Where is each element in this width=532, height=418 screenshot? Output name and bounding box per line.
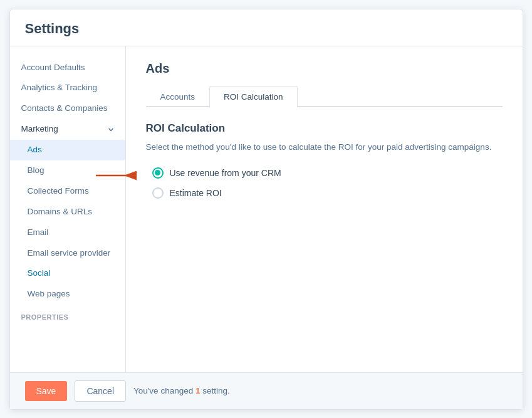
sidebar-item-domains-urls[interactable]: Domains & URLs (10, 202, 125, 222)
roi-section-title: ROI Calculation (146, 122, 503, 135)
settings-window: Settings Account Defaults Analytics & Tr… (9, 9, 523, 410)
roi-description: Select the method you'd like to use to c… (146, 141, 503, 154)
footer: Save Cancel You've changed 1 setting. (10, 372, 523, 409)
arrow-pointing-icon (93, 166, 140, 185)
cancel-button[interactable]: Cancel (75, 380, 126, 402)
sidebar-item-social[interactable]: Social (10, 263, 125, 284)
radio-circle-estimate-roi (152, 187, 164, 199)
sidebar-item-analytics-tracking[interactable]: Analytics & Tracking (10, 78, 125, 98)
ads-heading: Ads (146, 61, 503, 76)
page-title: Settings (25, 21, 508, 37)
window-body: Account Defaults Analytics & Tracking Co… (10, 46, 523, 372)
roi-radio-group: Use revenue from your CRM Estimate ROI (146, 167, 503, 199)
sidebar-item-email-service-provider[interactable]: Email service provider (10, 243, 125, 264)
arrow-annotation (93, 166, 140, 185)
sidebar-item-marketing[interactable]: Marketing (10, 119, 125, 140)
radio-circle-use-crm (152, 167, 164, 179)
sidebar-item-account-defaults[interactable]: Account Defaults (10, 58, 125, 78)
tabs-container: Accounts ROI Calculation (146, 86, 503, 107)
radio-option-use-crm[interactable]: Use revenue from your CRM (152, 167, 503, 179)
main-content: Ads Accounts ROI Calculation ROI Calcula… (126, 46, 523, 372)
save-button[interactable]: Save (25, 381, 68, 401)
chevron-down-icon (108, 127, 114, 133)
sidebar-section-properties: Properties (10, 305, 125, 323)
window-header: Settings (10, 9, 523, 46)
radio-option-estimate-roi[interactable]: Estimate ROI (152, 187, 503, 199)
sidebar-item-contacts-companies[interactable]: Contacts & Companies (10, 98, 125, 119)
footer-message: You've changed 1 setting. (133, 386, 230, 395)
sidebar-item-ads[interactable]: Ads (10, 140, 125, 160)
radio-label-estimate-roi: Estimate ROI (170, 188, 222, 198)
sidebar: Account Defaults Analytics & Tracking Co… (10, 46, 126, 372)
sidebar-item-web-pages[interactable]: Web pages (10, 284, 125, 305)
roi-section: ROI Calculation Select the method you'd … (146, 122, 503, 199)
radio-label-use-crm: Use revenue from your CRM (170, 168, 281, 178)
tab-accounts[interactable]: Accounts (146, 86, 210, 107)
tab-roi-calculation[interactable]: ROI Calculation (209, 86, 298, 107)
sidebar-item-email[interactable]: Email (10, 222, 125, 243)
